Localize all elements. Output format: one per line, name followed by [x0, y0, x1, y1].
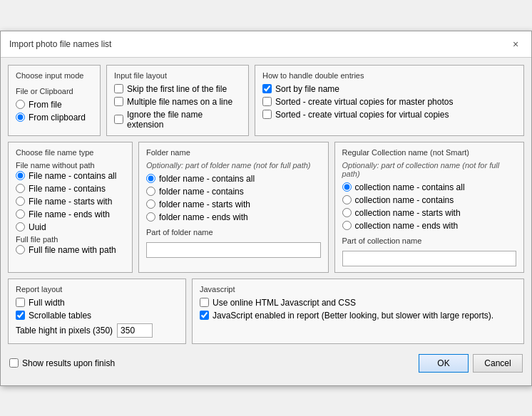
filename-contains-all-label: File name - contains all	[29, 171, 116, 181]
filename-starts-with-label: File name - starts with	[29, 197, 112, 207]
report-layout-panel: Report layout Full width Scrollable tabl…	[8, 279, 186, 344]
from-file-radio[interactable]	[16, 100, 25, 109]
collection-name-panel: Regular Collection name (not Smart) Opti…	[334, 142, 525, 273]
filename-starts-with-option[interactable]: File name - starts with	[16, 197, 125, 207]
double-entries-group: Sort by file name Sorted - create virtua…	[262, 84, 516, 120]
sort-by-filename-label: Sort by file name	[275, 84, 339, 94]
filename-ends-with-option[interactable]: File name - ends with	[16, 209, 125, 219]
uuid-label: Uuid	[29, 222, 46, 232]
folder-ends-with-radio[interactable]	[146, 212, 155, 222]
collection-ends-with-option[interactable]: collection name - ends with	[342, 221, 517, 231]
javascript-group: Use online HTML Javascript and CSS JavaS…	[200, 298, 516, 321]
full-filename-with-path-option[interactable]: Full file name with path	[16, 245, 125, 255]
cancel-button[interactable]: Cancel	[473, 354, 523, 373]
folder-contains-all-label: folder name - contains all	[159, 174, 255, 184]
action-buttons: OK Cancel	[419, 354, 523, 373]
show-results-option[interactable]: Show results upon finish	[9, 358, 115, 368]
dialog-footer: Show results upon finish OK Cancel	[8, 351, 524, 378]
folder-contains-radio[interactable]	[146, 187, 155, 196]
double-entries-title: How to handle double entries	[262, 71, 516, 80]
part-of-collection-input[interactable]	[342, 251, 517, 266]
close-button[interactable]: ×	[508, 37, 523, 51]
full-width-option[interactable]: Full width	[16, 298, 178, 308]
filename-type-panel: Choose file name type File name without …	[8, 142, 133, 273]
from-file-option[interactable]: From file	[16, 100, 93, 110]
from-clipboard-option[interactable]: From clipboard	[16, 113, 93, 123]
file-layout-group: Skip the first line of the file Multiple…	[114, 84, 241, 130]
dialog-title: Import photo file names list	[9, 39, 111, 49]
folder-name-panel: Folder name Optionally: part of folder n…	[138, 142, 329, 273]
collection-contains-option[interactable]: collection name - contains	[342, 195, 517, 205]
multiple-names-option[interactable]: Multiple file names on a line	[114, 97, 241, 107]
filename-ends-with-radio[interactable]	[16, 209, 25, 219]
collection-contains-all-radio[interactable]	[342, 182, 352, 192]
file-layout-title: Input file layout	[114, 71, 241, 80]
sort-by-filename-checkbox[interactable]	[262, 84, 272, 93]
ignore-extension-option[interactable]: Ignore the file name extension	[114, 110, 241, 130]
folder-starts-with-label: folder name - starts with	[159, 199, 250, 209]
use-online-html-label: Use online HTML Javascript and CSS	[213, 298, 356, 308]
filename-contains-all-radio[interactable]	[16, 171, 25, 180]
multiple-names-label: Multiple file names on a line	[127, 97, 232, 107]
ignore-extension-label: Ignore the file name extension	[127, 110, 241, 130]
collection-starts-with-option[interactable]: collection name - starts with	[342, 208, 517, 218]
javascript-title: Javascript	[200, 285, 516, 293]
full-filename-with-path-radio[interactable]	[16, 245, 25, 254]
js-enabled-in-report-label: JavaScript enabled in report (Better loo…	[213, 311, 493, 321]
folder-contains-all-radio[interactable]	[146, 174, 155, 183]
ignore-extension-checkbox[interactable]	[114, 115, 123, 124]
show-results-label: Show results upon finish	[22, 358, 115, 368]
scrollable-tables-option[interactable]: Scrollable tables	[16, 311, 178, 321]
sorted-virtual-checkbox[interactable]	[262, 110, 272, 119]
from-clipboard-label: From clipboard	[29, 113, 86, 123]
show-results-checkbox[interactable]	[9, 358, 19, 368]
multiple-names-checkbox[interactable]	[114, 97, 123, 106]
folder-ends-with-option[interactable]: folder name - ends with	[146, 212, 321, 222]
folder-name-title: Folder name	[146, 148, 321, 157]
sorted-virtual-option[interactable]: Sorted - create virtual copies for virtu…	[262, 110, 516, 120]
full-filename-with-path-label: Full file name with path	[29, 245, 116, 255]
collection-contains-label: collection name - contains	[355, 195, 454, 205]
folder-contains-all-option[interactable]: folder name - contains all	[146, 174, 321, 184]
collection-contains-radio[interactable]	[342, 195, 352, 204]
table-height-input[interactable]	[117, 323, 153, 338]
ok-button[interactable]: OK	[419, 354, 469, 373]
title-bar: Import photo file names list ×	[1, 31, 531, 58]
report-layout-title: Report layout	[16, 285, 178, 293]
report-layout-group: Full width Scrollable tables	[16, 298, 178, 321]
collection-ends-with-radio[interactable]	[342, 221, 352, 230]
javascript-panel: Javascript Use online HTML Javascript an…	[192, 279, 524, 344]
uuid-option[interactable]: Uuid	[16, 222, 125, 232]
from-clipboard-radio[interactable]	[16, 113, 25, 122]
folder-contains-option[interactable]: folder name - contains	[146, 187, 321, 197]
collection-name-title: Regular Collection name (not Smart)	[342, 148, 517, 157]
file-clipboard-label: File or Clipboard	[16, 87, 93, 95]
sorted-master-checkbox[interactable]	[262, 97, 272, 106]
skip-first-line-option[interactable]: Skip the first line of the file	[114, 84, 241, 94]
collection-contains-all-label: collection name - contains all	[355, 182, 465, 192]
sorted-master-option[interactable]: Sorted - create virtual copies for maste…	[262, 97, 516, 107]
skip-first-line-checkbox[interactable]	[114, 84, 123, 93]
full-width-checkbox[interactable]	[16, 298, 25, 307]
folder-starts-with-option[interactable]: folder name - starts with	[146, 199, 321, 209]
scrollable-tables-checkbox[interactable]	[16, 311, 25, 320]
filename-starts-with-radio[interactable]	[16, 197, 25, 206]
uuid-radio[interactable]	[16, 222, 25, 232]
filename-contains-all-option[interactable]: File name - contains all	[16, 171, 125, 181]
folder-starts-with-radio[interactable]	[146, 199, 155, 209]
use-online-html-checkbox[interactable]	[200, 298, 209, 307]
collection-starts-with-radio[interactable]	[342, 208, 352, 217]
scrollable-tables-label: Scrollable tables	[29, 311, 91, 321]
bottom-panels-row: Report layout Full width Scrollable tabl…	[8, 279, 524, 344]
folder-contains-label: folder name - contains	[159, 187, 244, 197]
collection-contains-all-option[interactable]: collection name - contains all	[342, 182, 517, 192]
sorted-master-label: Sorted - create virtual copies for maste…	[275, 97, 453, 107]
part-of-folder-input[interactable]	[146, 242, 321, 258]
use-online-html-option[interactable]: Use online HTML Javascript and CSS	[200, 298, 516, 308]
filename-contains-option[interactable]: File name - contains	[16, 184, 125, 194]
js-enabled-in-report-checkbox[interactable]	[200, 311, 209, 320]
js-enabled-in-report-option[interactable]: JavaScript enabled in report (Better loo…	[200, 311, 516, 321]
filename-contains-radio[interactable]	[16, 184, 25, 193]
input-mode-group: File or Clipboard From file From clipboa…	[16, 84, 93, 123]
sort-by-filename-option[interactable]: Sort by file name	[262, 84, 516, 94]
